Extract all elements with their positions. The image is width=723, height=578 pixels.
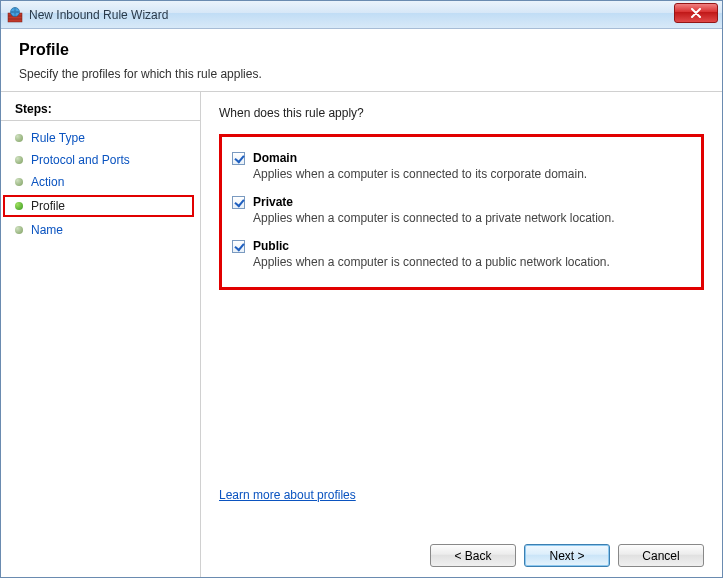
wizard-header: Profile Specify the profiles for which t…: [1, 29, 722, 92]
page-title: Profile: [19, 41, 704, 59]
steps-heading: Steps:: [1, 100, 200, 121]
step-label: Profile: [31, 199, 65, 213]
step-bullet-icon: [15, 178, 23, 186]
profile-options-group: Domain Applies when a computer is connec…: [219, 134, 704, 290]
option-description: Applies when a computer is connected to …: [253, 167, 587, 181]
option-domain: Domain Applies when a computer is connec…: [226, 151, 685, 181]
step-label: Rule Type: [31, 131, 85, 145]
wizard-buttons: < Back Next > Cancel: [219, 536, 704, 567]
step-bullet-icon: [15, 134, 23, 142]
step-bullet-icon: [15, 202, 23, 210]
window-title: New Inbound Rule Wizard: [29, 8, 168, 22]
learn-more-link[interactable]: Learn more about profiles: [219, 488, 704, 502]
close-icon: [690, 8, 702, 18]
option-public: Public Applies when a computer is connec…: [226, 239, 685, 269]
checkbox-public[interactable]: [232, 240, 245, 253]
cancel-button[interactable]: Cancel: [618, 544, 704, 567]
step-label: Name: [31, 223, 63, 237]
step-label: Action: [31, 175, 64, 189]
option-private: Private Applies when a computer is conne…: [226, 195, 685, 225]
step-protocol-ports[interactable]: Protocol and Ports: [1, 149, 200, 171]
content-question: When does this rule apply?: [219, 106, 704, 120]
steps-sidebar: Steps: Rule Type Protocol and Ports Acti…: [1, 92, 201, 577]
firewall-icon: [7, 7, 23, 23]
option-description: Applies when a computer is connected to …: [253, 255, 610, 269]
wizard-body: Steps: Rule Type Protocol and Ports Acti…: [1, 92, 722, 577]
option-label: Private: [253, 195, 615, 209]
option-label: Domain: [253, 151, 587, 165]
checkbox-domain[interactable]: [232, 152, 245, 165]
page-subtitle: Specify the profiles for which this rule…: [19, 67, 704, 81]
next-button[interactable]: Next >: [524, 544, 610, 567]
step-bullet-icon: [15, 226, 23, 234]
step-label: Protocol and Ports: [31, 153, 130, 167]
checkbox-private[interactable]: [232, 196, 245, 209]
step-profile[interactable]: Profile: [3, 195, 194, 217]
step-rule-type[interactable]: Rule Type: [1, 127, 200, 149]
option-description: Applies when a computer is connected to …: [253, 211, 615, 225]
back-button[interactable]: < Back: [430, 544, 516, 567]
step-name[interactable]: Name: [1, 219, 200, 241]
content-panel: When does this rule apply? Domain Applie…: [201, 92, 722, 577]
titlebar[interactable]: New Inbound Rule Wizard: [1, 1, 722, 29]
wizard-window: New Inbound Rule Wizard Profile Specify …: [0, 0, 723, 578]
close-button[interactable]: [674, 3, 718, 23]
step-action[interactable]: Action: [1, 171, 200, 193]
step-bullet-icon: [15, 156, 23, 164]
option-label: Public: [253, 239, 610, 253]
